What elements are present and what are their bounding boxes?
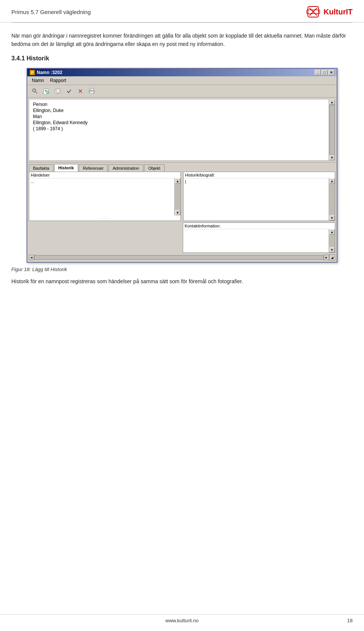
scroll-up-arrow[interactable]: ▲ bbox=[329, 99, 335, 105]
bottom-left-spacer bbox=[29, 222, 180, 253]
check-icon bbox=[66, 88, 72, 94]
dialog-toolbar bbox=[27, 85, 337, 98]
tab-basfakta[interactable]: Basfakta bbox=[29, 164, 53, 172]
toolbar-check-button[interactable] bbox=[64, 86, 74, 96]
search-icon bbox=[32, 88, 38, 94]
scroll-down-arrow[interactable]: ▼ bbox=[329, 155, 335, 160]
tab-objekt[interactable]: Objekt bbox=[144, 164, 165, 172]
logo-prefix: Kultur bbox=[323, 8, 346, 16]
panel-handelser-value[interactable]: ... bbox=[29, 178, 174, 215]
h-scroll-left[interactable]: ◄ bbox=[29, 255, 34, 260]
menu-item-namn[interactable]: Namn bbox=[29, 77, 47, 84]
record-field-fullname: Ellington, Edward Kennedy bbox=[33, 120, 325, 125]
print-icon bbox=[89, 88, 95, 94]
kontakt-scroll-up[interactable]: ▲ bbox=[329, 229, 335, 235]
panel-historik-value[interactable]: | bbox=[184, 178, 329, 221]
figure-caption: Figur 18: Lägg till Historik bbox=[11, 267, 353, 272]
handelser-scroll-up[interactable]: ▲ bbox=[175, 178, 180, 184]
toolbar-delete-button[interactable] bbox=[75, 86, 86, 96]
titlebar-buttons: _ □ ✕ bbox=[315, 70, 334, 75]
kontakt-scrollbar: ▲ ▼ bbox=[329, 229, 335, 252]
svg-rect-18 bbox=[90, 91, 94, 93]
paragraph-2: Historik för en namnpost registreras som… bbox=[11, 278, 353, 286]
maximize-button[interactable]: □ bbox=[322, 70, 328, 75]
dialog-titlebar: P Namn :3202 _ □ ✕ bbox=[27, 69, 337, 76]
panel-historik-label: Historik/biografi: bbox=[184, 172, 335, 178]
add-icon bbox=[43, 88, 49, 94]
handelser-scroll-track bbox=[175, 184, 180, 210]
historik-scroll-down[interactable]: ▼ bbox=[329, 215, 335, 221]
copy-icon bbox=[55, 88, 61, 94]
historik-scroll-up[interactable]: ▲ bbox=[329, 178, 335, 184]
svg-rect-19 bbox=[91, 90, 91, 91]
dialog-tabs: Basfakta Historik Referenser Administrat… bbox=[27, 162, 337, 172]
kontakt-scroll-down[interactable]: ▼ bbox=[329, 247, 335, 252]
panel-handelser-label: Händelser bbox=[29, 172, 180, 178]
h-scroll-track bbox=[34, 255, 324, 260]
toolbar-add-button[interactable] bbox=[41, 86, 52, 96]
svg-rect-13 bbox=[56, 88, 60, 93]
scroll-track bbox=[329, 105, 335, 155]
historik-scrollbar: ▲ ▼ bbox=[329, 178, 335, 221]
minimize-button[interactable]: _ bbox=[315, 70, 321, 75]
dialog-app-icon: P bbox=[30, 70, 35, 75]
menu-item-rapport[interactable]: Rapport bbox=[47, 77, 69, 84]
record-field-dates: ( 1899 - 1974 ) bbox=[33, 126, 325, 131]
delete-icon bbox=[77, 88, 83, 94]
close-button[interactable]: ✕ bbox=[328, 70, 334, 75]
dialog-box: P Namn :3202 _ □ ✕ Namn Rapport bbox=[27, 68, 337, 263]
kontakt-scroll-track bbox=[329, 235, 335, 247]
page-footer: www.kulturit.no bbox=[0, 614, 364, 623]
footer-url: www.kulturit.no bbox=[165, 618, 198, 623]
handelser-scroll-down[interactable]: ▼ bbox=[175, 210, 180, 215]
main-content: När man gör ändringar i namnregistret ko… bbox=[0, 23, 364, 299]
tab-content-row-top: Händelser ... ▲ ▼ · · · · · Historik/b bbox=[29, 172, 335, 221]
panel-kontakt-value[interactable] bbox=[183, 229, 329, 252]
record-panel: Person Ellington, Duke Man Ellington, Ed… bbox=[29, 99, 329, 160]
section-heading: 3.4.1 Historik bbox=[11, 55, 353, 62]
titlebar-left: P Namn :3202 bbox=[30, 70, 62, 75]
record-field-type: Person bbox=[33, 102, 325, 107]
paragraph-1: När man gör ändringar i namnregistret ko… bbox=[11, 32, 353, 48]
logo: KulturIT bbox=[306, 5, 353, 19]
horizontal-scrollbar: ◄ ► ◢ bbox=[29, 254, 335, 260]
record-field-name: Ellington, Duke bbox=[33, 108, 325, 113]
handelser-dots: · · · · · bbox=[29, 215, 180, 221]
page-header: Primus 5.7 Generell vägledning KulturIT bbox=[0, 0, 364, 22]
tab-historik[interactable]: Historik bbox=[54, 164, 78, 172]
panel-handelser: Händelser ... ▲ ▼ · · · · · bbox=[29, 172, 181, 221]
historik-scroll-track bbox=[329, 184, 335, 215]
tab-content-row-bottom: Kontaktinformation: ▲ ▼ bbox=[29, 222, 335, 253]
h-scroll-right[interactable]: ► bbox=[324, 255, 329, 260]
page-title: Primus 5.7 Generell vägledning bbox=[11, 9, 91, 15]
svg-line-5 bbox=[36, 92, 38, 94]
svg-point-4 bbox=[33, 89, 36, 92]
logo-suffix: IT bbox=[346, 8, 353, 16]
page-number: 18 bbox=[347, 618, 353, 623]
toolbar-search-button[interactable] bbox=[30, 86, 40, 96]
panel-kontakt: Kontaktinformation: ▲ ▼ bbox=[183, 222, 335, 253]
record-field-gender: Man bbox=[33, 114, 325, 119]
tab-referenser[interactable]: Referenser bbox=[79, 164, 108, 172]
logo-text: KulturIT bbox=[323, 8, 353, 16]
handelser-scrollbar: ▲ ▼ bbox=[174, 178, 180, 215]
record-scrollbar: ▲ ▼ bbox=[329, 99, 335, 160]
toolbar-copy-button[interactable] bbox=[52, 86, 63, 96]
dialog-title: Namn :3202 bbox=[37, 70, 62, 75]
resize-corner[interactable]: ◢ bbox=[329, 254, 335, 260]
dialog-menubar: Namn Rapport bbox=[27, 76, 337, 85]
panel-historik-biografi: Historik/biografi: | ▲ ▼ bbox=[183, 172, 335, 221]
tab-administration[interactable]: Administration bbox=[108, 164, 143, 172]
panel-kontakt-label: Kontaktinformation: bbox=[183, 223, 335, 229]
kulturit-logo-icon bbox=[306, 5, 320, 19]
toolbar-print-button[interactable] bbox=[86, 86, 97, 96]
